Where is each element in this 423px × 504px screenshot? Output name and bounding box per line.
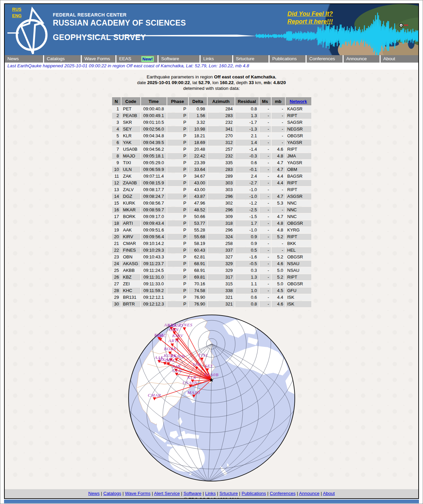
footer-link-software[interactable]: Software (183, 491, 201, 496)
nav-item-wave-forms[interactable]: Wave Forms (81, 55, 115, 63)
cell-delta: 3.32 (189, 119, 207, 125)
footer-link-srtucture[interactable]: Srtucture (219, 491, 238, 496)
cell-code: TIXI (121, 160, 140, 166)
org-line-federal: FEDERAL RESEARCH CENTER (53, 12, 186, 17)
cell-phase: P (167, 146, 188, 152)
cell-code: YAK (121, 140, 140, 146)
cell-ms: - (259, 220, 271, 226)
nav-item-links[interactable]: Links (200, 55, 232, 63)
cell-code: OBN (121, 254, 140, 260)
table-row: 16MKAR09:08:59.7P48.52296-2.5--NNC (112, 207, 311, 213)
cell-delta: 23.39 (189, 160, 207, 166)
nav-item-eeas[interactable]: EEASNew! (115, 55, 157, 63)
cell-code: ZEI (121, 281, 140, 287)
footer-link-catalogs[interactable]: Catalogs (103, 491, 121, 496)
new-badge[interactable]: New! (141, 56, 154, 62)
cell-time: 09:00:40.8 (141, 106, 167, 112)
station-label-cmar: CMAR (148, 393, 161, 398)
cell-residual: 1.0 (235, 288, 259, 294)
cell-azimuth: 283 (208, 113, 235, 119)
cell-azimuth: 318 (208, 220, 235, 226)
cell-residual: -1.7 (235, 119, 259, 125)
feel-it-link-line2[interactable]: Report it here!!! (287, 18, 333, 26)
cell-mb: 4.4 (272, 294, 285, 300)
cell-n: 22 (112, 247, 121, 253)
nav-item-news[interactable]: News (5, 55, 43, 63)
cell-phase: P (167, 220, 188, 226)
cell-time: 09:02:56.0 (141, 126, 167, 132)
cell-azimuth: 232 (208, 153, 235, 159)
network-header-link[interactable]: Network (290, 99, 307, 104)
cell-mb: 4.4 (272, 180, 285, 186)
cell-n: 9 (112, 160, 121, 166)
cell-azimuth: 321 (208, 301, 235, 307)
footer-link-announce[interactable]: Announce (299, 491, 319, 496)
cell-network: OBGSR (286, 133, 311, 139)
cell-delta: 69.81 (189, 274, 207, 280)
cell-delta: 55.28 (189, 227, 207, 233)
nav-item-announce[interactable]: Announce (343, 55, 380, 63)
lang-link-rus[interactable]: RUS (12, 6, 22, 12)
cell-network: GFU (286, 288, 311, 294)
page: RUS ENG FEDERAL RESEARCH CENTER RUSSIAN … (4, 3, 419, 499)
cell-time: 09:05:29.0 (141, 160, 167, 166)
cell-mb: - (272, 207, 285, 213)
cell-network: ASGSR (286, 193, 311, 200)
station-label-sey: SEY (205, 363, 213, 368)
cell-network: NEGSR (286, 126, 311, 132)
cell-residual: -2.7 (235, 180, 259, 186)
cell-residual: 0.9 (235, 241, 259, 247)
station-label-usa0b: USA0B (182, 380, 197, 385)
footer-link-links[interactable]: Links (205, 491, 216, 496)
cell-code: DGZ (121, 193, 140, 200)
cell-residual: -1.6 (235, 254, 259, 260)
cell-phase: P (167, 288, 188, 294)
table-row: 14DGZ09:08:24.7P43.87296-1.0-4.7ASGSR (112, 193, 311, 200)
feel-it-link-line1[interactable]: Did You Feel It? (287, 10, 333, 18)
lang-link-eng[interactable]: ENG (12, 12, 22, 19)
cell-mb: 4.5 (272, 288, 285, 294)
cell-code: KHC (121, 288, 140, 294)
cell-network: RIPT (286, 234, 311, 240)
cell-phase: P (167, 173, 188, 179)
nav-item-about[interactable]: About (380, 55, 418, 63)
table-row: 6YAK09:04:39.5P18.693121.4--YAGSR (112, 140, 311, 146)
org-line-academy: RUSSIAN ACADEMY OF SCIENCES (53, 19, 186, 28)
last-earthquake-ticker: Last EarthQauke happened 2025-10-01 09:0… (5, 63, 418, 70)
cell-azimuth: 296 (208, 227, 235, 233)
nav-item-label: EEAS (119, 55, 131, 63)
nav-item-catalogs[interactable]: Catalogs (43, 55, 81, 63)
table-row: 28KHC09:11:59.2P74.583381.0-4.5GFU (112, 288, 311, 294)
nav-item-software[interactable]: Software (157, 55, 200, 63)
footer-link-alert-service[interactable]: Alert Service (154, 491, 180, 496)
footer-link-conferences[interactable]: Conferences (270, 491, 296, 496)
footer-link-wave-forms[interactable]: Wave Forms (125, 491, 150, 496)
nav-item-conferences[interactable]: Conferences (306, 55, 343, 63)
cell-time: 09:09:51.6 (141, 227, 167, 233)
footer-link-news[interactable]: News (88, 491, 100, 496)
cell-time: 09:08:59.7 (141, 207, 167, 213)
col-header-time: Time (141, 97, 167, 105)
station-label-uln: ULN (172, 368, 182, 373)
footer-link-about[interactable]: About (323, 491, 334, 496)
nav-item-publications[interactable]: Publications (269, 55, 306, 63)
cell-ms: - (259, 301, 271, 307)
cell-delta: 43.87 (189, 193, 207, 200)
cell-ms: - (259, 167, 271, 173)
cell-azimuth: 289 (208, 173, 235, 179)
cell-network: NNC (286, 214, 311, 220)
cell-residual: 1.1 (235, 281, 259, 287)
cell-phase: P (167, 153, 188, 159)
cell-code: USA0B (121, 146, 140, 152)
cell-residual: -1.4 (235, 146, 259, 152)
station-label-fines: FINES (178, 322, 192, 327)
footer-link-publications[interactable]: Publications (242, 491, 266, 496)
station-label-bork: BORK (164, 346, 177, 351)
nav-item-srtucture[interactable]: Srtucture (232, 55, 269, 63)
cell-network: KAGSR (286, 106, 311, 112)
cell-azimuth: 324 (208, 234, 235, 240)
cell-time: 09:09:56.4 (141, 234, 167, 240)
cell-azimuth: 232 (208, 119, 235, 125)
cell-n: 16 (112, 207, 121, 213)
cell-azimuth: 329 (208, 261, 235, 267)
